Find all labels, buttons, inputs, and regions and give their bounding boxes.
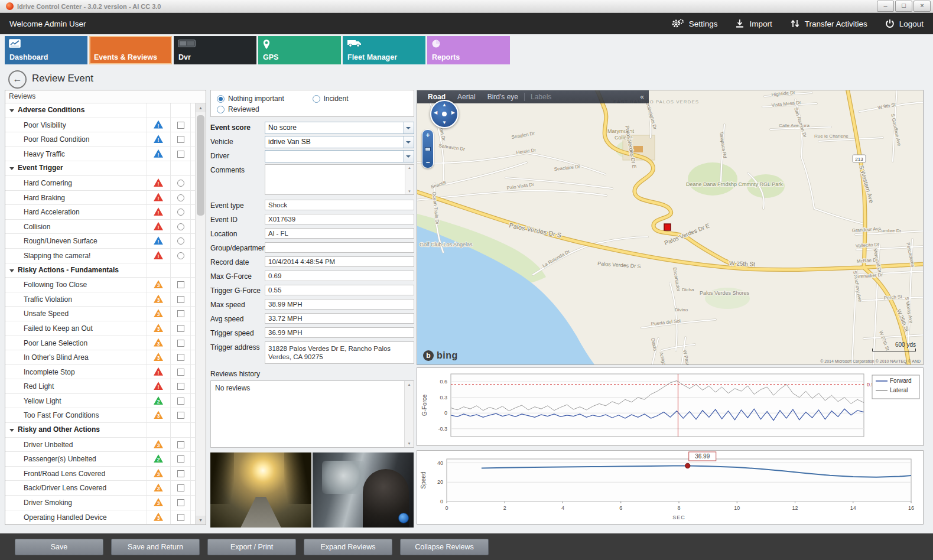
- pan-left-icon[interactable]: ◀: [434, 110, 437, 115]
- map-panel[interactable]: EAST RANCHO PALOS VERDESMarymountCollege…: [417, 90, 924, 365]
- review-group-row[interactable]: Risky Actions - Fundamentals: [5, 263, 196, 278]
- review-item-checkbox[interactable]: [177, 325, 184, 332]
- pan-up-icon[interactable]: ▲: [442, 103, 447, 108]
- driver-select[interactable]: [265, 150, 414, 162]
- scroll-down-icon[interactable]: ▼: [405, 442, 414, 445]
- review-item-checkbox[interactable]: [177, 484, 184, 491]
- speed-xtick: 10: [734, 505, 740, 511]
- topbar-action-transfer-activities[interactable]: Transfer Activities: [790, 19, 867, 28]
- map-compass-control[interactable]: ▲ ▼ ◀ ▶: [430, 100, 459, 128]
- tab-gps[interactable]: GPS: [258, 36, 341, 64]
- tab-fleet-manager[interactable]: Fleet Manager: [343, 36, 425, 64]
- review-item-checkbox[interactable]: [177, 354, 184, 361]
- map-zoom-control[interactable]: + −: [422, 129, 434, 168]
- bing-map[interactable]: EAST RANCHO PALOS VERDESMarymountCollege…: [417, 90, 923, 364]
- review-group-row[interactable]: Risky and Other Actions: [5, 423, 196, 438]
- review-item-checkbox[interactable]: [177, 310, 184, 317]
- status-radio-incident[interactable]: Incident: [313, 95, 408, 103]
- review-item-checkbox[interactable]: [177, 412, 184, 419]
- review-group-row[interactable]: Adverse Conditions: [5, 103, 196, 118]
- status-radio-reviewed[interactable]: Reviewed: [217, 105, 318, 113]
- close-button[interactable]: ×: [914, 1, 931, 12]
- compass-center[interactable]: [442, 112, 447, 116]
- map-view-labels[interactable]: Labels: [524, 93, 557, 101]
- review-item-radio[interactable]: [177, 252, 184, 259]
- review-item-checkbox[interactable]: [177, 398, 184, 405]
- video-thumbnail-road[interactable]: [210, 452, 311, 528]
- review-item-checkbox[interactable]: [177, 369, 184, 376]
- review-item-checkbox[interactable]: [177, 499, 184, 506]
- reviews-history-box[interactable]: No reviews ▲ ▼: [210, 380, 414, 448]
- tab-dashboard[interactable]: Dashboard: [5, 36, 87, 64]
- vehicle-select[interactable]: idrive Van SB: [265, 136, 414, 148]
- topbar-action-settings[interactable]: Settings: [671, 18, 718, 29]
- tab-dvr[interactable]: Dvr: [174, 36, 256, 64]
- review-item-checkbox[interactable]: [177, 122, 184, 129]
- map-nav-collapse-icon[interactable]: «: [640, 93, 644, 101]
- zoom-out-button[interactable]: −: [422, 158, 433, 167]
- export-print-button[interactable]: Export / Print: [207, 539, 296, 555]
- scroll-up-icon[interactable]: ▲: [405, 166, 414, 170]
- collapse-arrow-icon[interactable]: [9, 429, 14, 432]
- pan-right-icon[interactable]: ▶: [451, 110, 455, 115]
- collapse-reviews-button[interactable]: Collapse Reviews: [400, 539, 489, 555]
- review-item-radio[interactable]: [177, 223, 184, 230]
- zoom-in-button[interactable]: +: [422, 131, 433, 139]
- form-row-trigger-g-force: Trigger G-Force0.55: [210, 285, 414, 295]
- back-button[interactable]: ←: [8, 70, 27, 89]
- review-item-radio[interactable]: [177, 237, 184, 245]
- scroll-up-icon[interactable]: ▲: [405, 383, 414, 386]
- pan-down-icon[interactable]: ▼: [442, 121, 447, 125]
- scrollbar-thumb[interactable]: [197, 115, 204, 216]
- scroll-down-icon[interactable]: ▼: [405, 190, 414, 193]
- chevron-down-icon[interactable]: [403, 151, 414, 162]
- collapse-arrow-icon[interactable]: [9, 109, 14, 112]
- save-and-return-button[interactable]: Save and Return: [111, 539, 200, 555]
- topbar-action-logout[interactable]: Logout: [885, 19, 924, 28]
- review-item-radio[interactable]: [177, 180, 184, 187]
- chevron-down-icon[interactable]: [403, 122, 414, 134]
- review-group-row[interactable]: Event Trigger: [5, 161, 196, 176]
- review-item-checkbox[interactable]: [177, 514, 184, 521]
- history-scrollbar[interactable]: ▲ ▼: [404, 381, 414, 447]
- review-item-checkbox[interactable]: [177, 470, 184, 477]
- review-item-radio[interactable]: [177, 194, 184, 201]
- collapse-arrow-icon[interactable]: [9, 269, 14, 272]
- expand-reviews-button[interactable]: Expand Reviews: [304, 539, 392, 555]
- review-item-checkbox[interactable]: [177, 340, 184, 347]
- review-item-checkbox[interactable]: [177, 136, 184, 143]
- chevron-down-icon[interactable]: [403, 136, 414, 148]
- scroll-down-icon[interactable]: ▼: [196, 516, 206, 525]
- event-score-select[interactable]: No score: [265, 122, 414, 134]
- map-view-bird-s-eye[interactable]: Bird's eye: [482, 93, 524, 101]
- review-item-checkbox[interactable]: [177, 455, 184, 463]
- status-radio-nothing-important[interactable]: Nothing important: [217, 95, 313, 103]
- reviews-scrollbar[interactable]: ▲ ▼: [195, 103, 206, 525]
- tab-events-reviews[interactable]: Events & Reviews: [89, 36, 172, 64]
- review-item-radio[interactable]: [177, 209, 184, 216]
- review-item-row: Back/Driver Lens Covered3: [5, 481, 196, 496]
- review-item-row: Slapping the camera!!: [5, 249, 196, 263]
- tab-reports[interactable]: Reports: [427, 36, 510, 64]
- review-item-checkbox[interactable]: [177, 383, 184, 390]
- maximize-button[interactable]: □: [895, 1, 912, 12]
- save-button[interactable]: Save: [15, 539, 103, 555]
- review-item-checkbox[interactable]: [177, 296, 184, 303]
- record-date-field: 10/4/2014 4:48:54 PM: [265, 256, 414, 267]
- zoom-slider[interactable]: [425, 147, 431, 151]
- speed-xtick: 2: [503, 505, 506, 511]
- video-thumbnail-cabin[interactable]: [313, 452, 414, 528]
- review-item-checkbox[interactable]: [177, 281, 184, 288]
- scroll-up-icon[interactable]: ▲: [196, 103, 206, 112]
- comments-textarea[interactable]: ▲▼: [265, 164, 414, 195]
- map-view-aerial[interactable]: Aerial: [451, 93, 482, 101]
- topbar-action-import[interactable]: Import: [735, 19, 772, 28]
- event-location-marker[interactable]: [664, 224, 671, 230]
- review-item-checkbox[interactable]: [177, 441, 184, 448]
- review-item-checkbox[interactable]: [177, 151, 184, 158]
- map-label: Cumbre Dr: [878, 228, 901, 233]
- minimize-button[interactable]: –: [877, 1, 894, 12]
- radio-icon: [217, 106, 225, 113]
- collapse-arrow-icon[interactable]: [9, 167, 14, 170]
- textarea-scrollbar[interactable]: ▲▼: [405, 165, 414, 194]
